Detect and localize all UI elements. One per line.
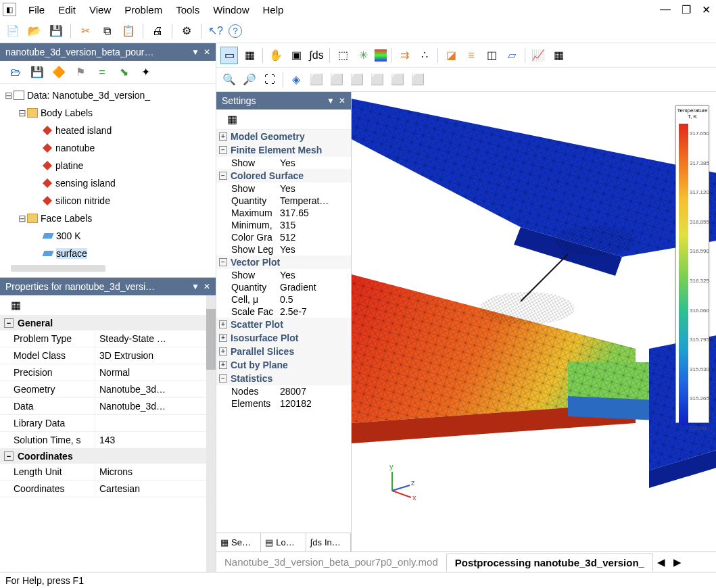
wireframe-icon[interactable]: ⬚ — [334, 47, 352, 64]
help-icon[interactable]: ? — [229, 24, 242, 38]
horizontal-scrollbar[interactable] — [11, 265, 105, 272]
dropdown-icon[interactable]: ▼ — [191, 47, 199, 57]
settings-row[interactable]: Scale Fac2.5e-7 — [216, 305, 351, 318]
mesh-icon[interactable]: ✳ — [354, 47, 372, 64]
dropdown-icon[interactable]: ▼ — [327, 96, 335, 105]
settings-row[interactable]: QuantityGradient — [216, 281, 351, 293]
vector-icon[interactable]: ⇉ — [396, 47, 413, 64]
equal-icon[interactable]: = — [93, 64, 111, 81]
settings-row[interactable]: Elements120182 — [216, 397, 351, 410]
top-view-icon[interactable]: ⬜ — [389, 71, 406, 89]
settings-row[interactable]: Show LegYes — [216, 243, 351, 255]
pan-icon[interactable]: ✋ — [267, 47, 285, 64]
prop-val[interactable]: 3D Extrusion — [95, 347, 216, 364]
flag-icon[interactable]: ⚑ — [72, 64, 89, 81]
minimize-icon[interactable]: — — [657, 2, 673, 18]
prop-val[interactable]: Nanotube_3d… — [95, 381, 216, 397]
arrow-down-icon[interactable]: ⬊ — [115, 64, 133, 81]
iso-view-icon[interactable]: ◈ — [287, 71, 305, 89]
settings-section[interactable]: +Cut by Plane — [216, 358, 351, 372]
section-general[interactable]: −General — [0, 316, 216, 330]
properties-header[interactable]: Properties for nanotube_3d_versi… ▼✕ — [0, 278, 216, 295]
panel-close-icon[interactable]: ✕ — [339, 96, 345, 105]
print-icon[interactable]: 🖨 — [149, 22, 166, 40]
vertical-scrollbar[interactable] — [206, 295, 216, 572]
settings-tab-1[interactable]: ▤Lo… — [261, 533, 306, 552]
settings-val[interactable]: Yes — [280, 270, 348, 280]
settings-row[interactable]: ShowYes — [216, 269, 351, 281]
settings-val[interactable]: Yes — [280, 244, 348, 255]
props-icon[interactable]: ▦ — [241, 47, 258, 64]
zoom-fit-icon[interactable]: ⛶ — [261, 71, 279, 89]
section-coordinates[interactable]: −Coordinates — [0, 449, 216, 464]
slices-icon[interactable]: ≡ — [462, 47, 480, 64]
window-layout-icon[interactable]: ▭ — [220, 47, 238, 64]
face-labels[interactable]: Face Labels — [41, 213, 92, 224]
new-file-icon[interactable]: 📄 — [4, 22, 22, 40]
menu-file[interactable]: File — [22, 1, 51, 18]
menu-window[interactable]: Window — [206, 1, 256, 18]
menu-view[interactable]: View — [82, 1, 118, 18]
tab-prev-icon[interactable]: ◀ — [653, 556, 669, 568]
menu-tools[interactable]: Tools — [169, 1, 206, 18]
close-icon[interactable]: ✕ — [699, 2, 713, 18]
save-icon[interactable]: 💾 — [47, 22, 65, 40]
zoom-in-icon[interactable]: 🔍 — [220, 71, 238, 89]
clip-icon[interactable]: ▱ — [503, 47, 521, 64]
context-help-icon[interactable]: ↖? — [207, 22, 224, 40]
body-item-4[interactable]: silicon nitride — [55, 195, 110, 206]
bottom-view-icon[interactable]: ⬜ — [409, 71, 427, 89]
tree-panel-header[interactable]: nanotube_3d_version_beta_pour… ▼✕ — [0, 43, 216, 61]
table-icon[interactable]: ▦ — [550, 47, 567, 64]
settings-section[interactable]: −Vector Plot — [216, 255, 351, 269]
panel-close-icon[interactable]: ✕ — [204, 47, 210, 57]
settings-section[interactable]: −Statistics — [216, 372, 351, 385]
left-view-icon[interactable]: ⬜ — [348, 71, 366, 89]
body-item-3[interactable]: sensing island — [55, 178, 116, 189]
settings-section[interactable]: +Parallel Slices — [216, 345, 351, 358]
doc-tab-active[interactable]: Postprocessing nanotube_3d_version_ — [446, 554, 653, 571]
settings-val[interactable]: 2.5e-7 — [280, 306, 348, 317]
settings-row[interactable]: Color Gra512 — [216, 231, 351, 243]
prop-val[interactable]: 143 — [95, 432, 216, 448]
open-data-icon[interactable]: 🗁 — [7, 64, 24, 81]
settings-grid[interactable]: +Model Geometry−Finite Element MeshShowY… — [216, 130, 351, 533]
settings-section[interactable]: +Isosurface Plot — [216, 331, 351, 345]
body-item-0[interactable]: heated island — [55, 125, 112, 136]
prop-val[interactable]: Nanotube_3d… — [95, 398, 216, 414]
settings-row[interactable]: Cell, μ0.5 — [216, 293, 351, 305]
data-tree[interactable]: ⊟Data: Nanotube_3d_version_ ⊟Body Labels… — [0, 84, 216, 277]
body-item-2[interactable]: platine — [55, 160, 83, 171]
doc-tab-inactive[interactable]: Nanotube_3d_version_beta_pour7p0_only.mo… — [216, 554, 446, 570]
zoom-out-icon[interactable]: 🔎 — [241, 71, 258, 89]
settings-val[interactable]: Temperat… — [280, 195, 348, 206]
settings-tab-0[interactable]: ▦Se… — [216, 533, 261, 552]
prop-val[interactable]: Cartesian — [95, 481, 216, 497]
surface-icon[interactable] — [375, 49, 387, 62]
settings-row[interactable]: ShowYes — [216, 157, 351, 169]
settings-val[interactable]: Gradient — [280, 282, 348, 293]
settings-row[interactable]: Minimum,315 — [216, 219, 351, 231]
settings-row[interactable]: Nodes28007 — [216, 385, 351, 397]
settings-row[interactable]: Maximum317.65 — [216, 207, 351, 219]
select-icon[interactable]: ▣ — [287, 47, 305, 64]
dropdown-icon[interactable]: ▼ — [191, 282, 199, 291]
scatter-icon[interactable]: ∴ — [416, 47, 433, 64]
settings-val[interactable]: Yes — [280, 183, 348, 194]
prop-val[interactable]: Steady-State … — [95, 330, 216, 347]
face-item-0[interactable]: 300 K — [56, 230, 81, 241]
face-item-1[interactable]: surface — [56, 248, 87, 259]
settings-val[interactable]: 317.65 — [280, 207, 348, 218]
settings-val[interactable]: Yes — [280, 157, 348, 168]
body-item-1[interactable]: nanotube — [55, 143, 95, 153]
copy-icon[interactable]: ⧉ — [98, 22, 116, 40]
cutplane-icon[interactable]: ◫ — [483, 47, 500, 64]
maximize-icon[interactable]: ❐ — [679, 2, 694, 18]
menu-help[interactable]: Help — [256, 1, 291, 18]
open-icon[interactable]: 📂 — [26, 22, 43, 40]
right-view-icon[interactable]: ⬜ — [368, 71, 386, 89]
settings-section[interactable]: +Model Geometry — [216, 130, 351, 143]
settings-tab-2[interactable]: ∫dsIn… — [306, 533, 351, 552]
settings-gear-icon[interactable]: ⚙ — [178, 22, 195, 40]
back-view-icon[interactable]: ⬜ — [328, 71, 345, 89]
